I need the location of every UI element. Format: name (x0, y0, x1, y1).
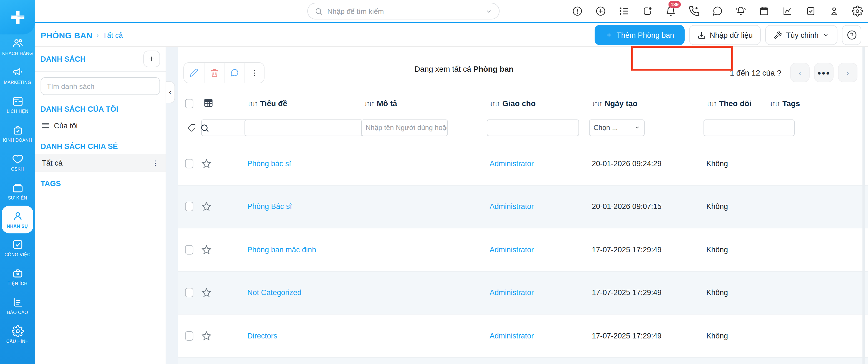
row-assigned-link[interactable]: Administrator (487, 289, 589, 297)
list-item-tat-ca[interactable]: Tất cả ⋮ (35, 154, 165, 172)
row-checkbox[interactable] (185, 245, 193, 254)
activity-chart-icon[interactable] (781, 5, 794, 17)
table-row[interactable]: Phòng ban mặc định Administrator 17-07-2… (178, 229, 868, 271)
table-row[interactable]: Phòng bác sĩ Administrator 20-01-2026 09… (178, 142, 868, 185)
app-logo[interactable] (0, 0, 35, 34)
chevron-down-icon[interactable] (485, 7, 492, 15)
filter-assigned-input[interactable]: Nhập tên Người dùng hoặc (361, 119, 448, 136)
grid-view-button[interactable] (201, 97, 245, 110)
row-checkbox[interactable] (185, 331, 193, 341)
row-created: 20-01-2026 09:24:29 (589, 159, 704, 168)
next-page-button[interactable]: › (838, 63, 858, 82)
row-assigned-link[interactable]: Administrator (487, 246, 589, 254)
filter-tags-input[interactable] (704, 119, 795, 136)
table-row[interactable]: Phòng Bác sĩ Administrator 20-01-2026 09… (178, 185, 868, 229)
column-header-created[interactable]: ↓↑Ngày tạo (589, 99, 704, 108)
list-icon[interactable] (618, 5, 630, 17)
plus-icon (605, 31, 613, 39)
phone-plus-icon[interactable] (688, 5, 700, 17)
help-button[interactable] (842, 25, 861, 45)
screen-notification-icon[interactable] (641, 5, 653, 17)
filter-description-input[interactable] (245, 119, 363, 136)
table-row[interactable]: Not Categorized Administrator 17-07-2025… (178, 271, 868, 314)
rail-item-kinh-doanh[interactable]: KINH DOANH (0, 119, 35, 148)
list-item-cua-toi[interactable]: Của tôi (35, 117, 165, 134)
column-header-description[interactable]: ↓↑Mô tả (361, 99, 487, 108)
star-icon[interactable] (201, 202, 245, 212)
row-title-link[interactable]: Directors (245, 332, 361, 340)
rail-item-tien-ich[interactable]: TIỆN ÍCH (0, 262, 35, 291)
delete-button[interactable] (204, 63, 224, 83)
row-checkbox[interactable] (185, 288, 193, 298)
gear-icon[interactable] (851, 5, 864, 17)
download-icon (698, 31, 706, 39)
list-search-input[interactable]: Tìm danh sách (40, 77, 160, 95)
row-checkbox[interactable] (185, 159, 193, 169)
table-row[interactable]: Directors Administrator 17-07-2025 17:29… (178, 314, 868, 358)
bell-icon[interactable]: 189 (664, 5, 677, 17)
rail-item-su-kien[interactable]: SỰ KIỆN (0, 177, 35, 206)
rail-item-cau-hinh[interactable]: CẤU HÌNH (0, 320, 35, 349)
add-department-label: Thêm Phòng ban (617, 31, 674, 39)
column-header-assigned[interactable]: ↓↑Giao cho (487, 99, 589, 108)
chevron-down-icon (634, 124, 640, 130)
breadcrumb-section[interactable]: PHÒNG BAN (40, 30, 93, 40)
chat-bubble-icon[interactable] (711, 5, 723, 17)
global-search-input[interactable]: Nhập để tìm kiếm (307, 3, 500, 20)
page-options-button[interactable]: ●●● (814, 63, 834, 82)
list-search-placeholder: Tìm danh sách (47, 82, 94, 90)
column-header-follow[interactable]: ↓↑Theo dõi (704, 99, 767, 108)
plus-circle-icon[interactable] (595, 5, 607, 17)
more-actions-button[interactable] (244, 63, 264, 83)
row-title-link[interactable]: Phòng Bác sĩ (245, 203, 361, 211)
collapse-panel-button[interactable]: ‹ (165, 81, 175, 103)
row-title-link[interactable]: Phòng bác sĩ (245, 159, 361, 168)
add-list-button[interactable] (143, 51, 160, 67)
app-rail: KHÁCH HÀNG MARKETING LỊCH HẸN KINH DOANH… (0, 0, 35, 364)
bulk-action-group (183, 62, 265, 83)
edit-button[interactable] (184, 63, 204, 83)
customize-button[interactable]: Tùy chỉnh (766, 25, 837, 45)
row-title-link[interactable]: Phòng ban mặc định (245, 246, 361, 254)
select-all-checkbox[interactable] (185, 99, 193, 108)
row-checkbox[interactable] (185, 202, 193, 211)
breadcrumb-current[interactable]: Tất cả (103, 31, 123, 39)
search-icon[interactable] (200, 123, 210, 132)
rail-item-lich-hen[interactable]: LỊCH HẸN (0, 90, 35, 119)
topbar-icons: 189 (571, 0, 864, 22)
calendar-icon[interactable] (758, 5, 770, 17)
column-header-title[interactable]: ↓↑Tiêu đề (245, 99, 361, 108)
filter-created-input[interactable] (487, 119, 579, 136)
star-icon[interactable] (201, 158, 245, 169)
star-icon[interactable] (201, 331, 245, 341)
alert-icon[interactable] (571, 5, 584, 17)
column-header-tags[interactable]: ↓↑Tags (767, 99, 868, 108)
ring-bell-icon[interactable] (735, 5, 747, 17)
row-created: 17-07-2025 17:29:49 (589, 332, 704, 340)
rail-item-khach-hang[interactable]: KHÁCH HÀNG (0, 32, 35, 61)
row-assigned-link[interactable]: Administrator (487, 332, 589, 340)
import-data-button[interactable]: Nhập dữ liệu (689, 25, 761, 45)
sort-icon: ↓↑ (592, 99, 601, 107)
tag-icon[interactable] (187, 123, 196, 132)
add-department-button[interactable]: Thêm Phòng ban (594, 25, 685, 45)
checkbox-icon[interactable] (805, 5, 817, 17)
rail-item-nhan-su[interactable]: NHÂN SỰ (2, 206, 33, 234)
chat-bubble-icon (230, 68, 239, 77)
prev-page-button[interactable]: ‹ (790, 63, 810, 82)
filter-follow-select[interactable]: Chọn ... (589, 119, 645, 136)
scrollbar-track[interactable] (863, 47, 865, 364)
comment-button[interactable] (224, 63, 244, 83)
star-icon[interactable] (201, 287, 245, 298)
rail-item-bao-cao[interactable]: BÁO CÁO (0, 291, 35, 320)
row-assigned-link[interactable]: Administrator (487, 159, 589, 168)
rail-item-label: KHÁCH HÀNG (2, 51, 33, 56)
rail-item-cskh[interactable]: CSKH (0, 148, 35, 177)
rail-item-cong-viec[interactable]: CÔNG VIỆC (0, 234, 35, 262)
star-icon[interactable] (201, 244, 245, 255)
list-item-menu-icon[interactable]: ⋮ (152, 159, 159, 167)
row-assigned-link[interactable]: Administrator (487, 203, 589, 211)
user-icon[interactable] (828, 5, 840, 17)
rail-item-marketing[interactable]: MARKETING (0, 61, 35, 90)
row-title-link[interactable]: Not Categorized (245, 289, 361, 297)
